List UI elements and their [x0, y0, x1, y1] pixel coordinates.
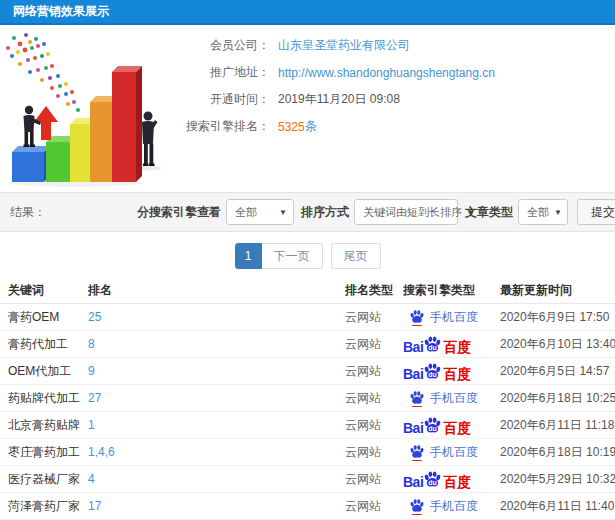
- submit-button[interactable]: 提交: [577, 199, 615, 225]
- title-bar: 网络营销效果展示: [0, 0, 615, 25]
- baidu-paw-icon: [409, 444, 425, 460]
- rank-link[interactable]: 8: [88, 337, 345, 351]
- rank-count-suffix: 条: [305, 118, 317, 135]
- search-engine-cell: Bai du 百度: [403, 416, 500, 435]
- info-row-url: 推广地址： http://www.shandonghuangshengtang.…: [172, 59, 612, 86]
- engine-filter-value: 全部: [235, 205, 257, 220]
- company-label: 会员公司：: [172, 37, 270, 54]
- keyword-rank-table: 关键词 排名 排名类型 搜索引擎类型 最新更新时间 膏药OEM25云网站 手机百…: [0, 278, 615, 520]
- keyword-cell: 医疗器械厂家: [8, 471, 88, 488]
- bar-chart-graphic: [0, 30, 185, 190]
- promo-url-link[interactable]: http://www.shandonghuangshengtang.cn: [278, 66, 495, 80]
- rank-link[interactable]: 1,4,6: [88, 445, 345, 459]
- rank-count-label: 搜索引擎排名：: [172, 118, 270, 135]
- page-1-button[interactable]: 1: [235, 243, 262, 269]
- filter-bar: 结果： 分搜索引擎查看 全部 ▼ 排序方式 关键词由短到长排序 ▼ 文章类型 全…: [0, 192, 615, 232]
- mobile-baidu-paw-icon: [409, 498, 425, 514]
- mobile-baidu-badge: 手机百度: [403, 498, 500, 515]
- mobile-baidu-badge: 手机百度: [403, 309, 500, 326]
- table-row: 膏药代加工8云网站 Bai du 百度2020年6月10日 13:40: [0, 331, 615, 358]
- rank-link[interactable]: 4: [88, 472, 345, 486]
- mobile-baidu-label: 手机百度: [430, 309, 478, 326]
- sort-value: 关键词由短到长排序: [363, 205, 462, 220]
- rank-type-cell: 云网站: [345, 363, 403, 380]
- baidu-logo-cn: 百度: [443, 475, 471, 489]
- pagination: 1 下一页 尾页: [0, 243, 615, 269]
- col-updated: 最新更新时间: [500, 282, 615, 299]
- sort-select[interactable]: 关键词由短到长排序 ▼: [354, 199, 458, 225]
- baidu-logo-bai: Bai: [403, 367, 423, 381]
- search-engine-cell: 手机百度: [403, 309, 500, 326]
- bar-blue: [12, 146, 50, 182]
- keyword-cell: 菏泽膏药厂家: [8, 498, 88, 515]
- mobile-baidu-badge: 手机百度: [403, 444, 500, 461]
- baidu-logo-cn: 百度: [443, 340, 471, 354]
- sort-label: 排序方式: [301, 204, 349, 221]
- open-time-value: 2019年11月20日 09:08: [278, 91, 400, 108]
- table-row: 药贴牌代加工27云网站 手机百度2020年6月18日 10:25: [0, 385, 615, 412]
- businessman-right: [142, 112, 158, 167]
- baidu-logo-cn: 百度: [443, 421, 471, 435]
- baidu-logo-bai: Bai: [403, 475, 423, 489]
- mobile-baidu-badge: 手机百度: [403, 390, 500, 407]
- baidu-logo: Bai du 百度: [403, 470, 500, 489]
- confetti-dots: [6, 33, 80, 112]
- mobile-baidu-label: 手机百度: [430, 390, 478, 407]
- engine-filter-select[interactable]: 全部 ▼: [226, 199, 294, 225]
- keyword-cell: 膏药代加工: [8, 336, 88, 353]
- info-row-rank-count: 搜索引擎排名： 5325 条: [172, 113, 612, 140]
- article-type-value: 全部: [527, 205, 549, 220]
- keyword-cell: 枣庄膏药加工: [8, 444, 88, 461]
- rank-link[interactable]: 25: [88, 310, 345, 324]
- col-keyword: 关键词: [8, 282, 88, 299]
- col-rank: 排名: [88, 282, 345, 299]
- rank-type-cell: 云网站: [345, 417, 403, 434]
- table-header-row: 关键词 排名 排名类型 搜索引擎类型 最新更新时间: [0, 278, 615, 304]
- mobile-baidu-paw-icon: [409, 444, 425, 460]
- info-row-company: 会员公司： 山东皇圣堂药业有限公司: [172, 32, 612, 59]
- rank-link[interactable]: 9: [88, 364, 345, 378]
- updated-cell: 2020年6月11日 11:40: [500, 498, 615, 515]
- keyword-cell: 膏药OEM: [8, 309, 88, 326]
- updated-cell: 2020年6月5日 14:57: [500, 363, 615, 380]
- open-time-label: 开通时间：: [172, 91, 270, 108]
- baidu-logo: Bai du 百度: [403, 362, 500, 381]
- keyword-cell: 北京膏药贴牌: [8, 417, 88, 434]
- article-type-select[interactable]: 全部 ▼: [518, 199, 568, 225]
- chevron-down-icon: ▼: [274, 208, 287, 217]
- search-engine-cell: Bai du 百度: [403, 335, 500, 354]
- updated-cell: 2020年5月29日 10:32: [500, 471, 615, 488]
- company-link[interactable]: 山东皇圣堂药业有限公司: [278, 37, 410, 54]
- article-type-label: 文章类型: [465, 204, 513, 221]
- rank-link[interactable]: 27: [88, 391, 345, 405]
- table-row: 枣庄膏药加工1,4,6云网站 手机百度2020年6月18日 10:19: [0, 439, 615, 466]
- rank-link[interactable]: 1: [88, 418, 345, 432]
- baidu-logo-paw-icon: du: [423, 362, 442, 381]
- rank-type-cell: 云网站: [345, 471, 403, 488]
- info-row-open-time: 开通时间： 2019年11月20日 09:08: [172, 86, 612, 113]
- updated-cell: 2020年6月11日 11:18: [500, 417, 615, 434]
- table-row: 菏泽膏药厂家17云网站 手机百度2020年6月11日 11:40: [0, 493, 615, 520]
- promo-url-label: 推广地址：: [172, 64, 270, 81]
- baidu-logo-paw-icon: du: [423, 335, 442, 354]
- next-page-button[interactable]: 下一页: [262, 243, 323, 269]
- table-row: 膏药OEM25云网站 手机百度2020年6月9日 17:50: [0, 304, 615, 331]
- mobile-baidu-paw-icon: [409, 390, 425, 406]
- engine-filter-label: 分搜索引擎查看: [137, 204, 221, 221]
- baidu-paw-icon: [409, 390, 425, 406]
- rank-type-cell: 云网站: [345, 444, 403, 461]
- page-title: 网络营销效果展示: [13, 3, 109, 20]
- businessman-left: [24, 106, 42, 147]
- rank-type-cell: 云网站: [345, 309, 403, 326]
- company-info-panel: 会员公司： 山东皇圣堂药业有限公司 推广地址： http://www.shand…: [172, 32, 612, 140]
- chevron-down-icon: ▼: [549, 208, 562, 217]
- filter-controls: 分搜索引擎查看 全部 ▼ 排序方式 关键词由短到长排序 ▼ 文章类型 全部 ▼ …: [130, 199, 615, 225]
- last-page-button[interactable]: 尾页: [331, 243, 381, 269]
- table-row: 北京膏药贴牌1云网站 Bai du 百度2020年6月11日 11:18: [0, 412, 615, 439]
- col-engine-type: 搜索引擎类型: [403, 282, 500, 299]
- baidu-logo-paw-icon: du: [423, 416, 442, 435]
- result-label: 结果：: [10, 204, 46, 221]
- rank-link[interactable]: 17: [88, 499, 345, 513]
- baidu-paw-icon: [409, 309, 425, 325]
- table-row: 医疗器械厂家4云网站 Bai du 百度2020年5月29日 10:32: [0, 466, 615, 493]
